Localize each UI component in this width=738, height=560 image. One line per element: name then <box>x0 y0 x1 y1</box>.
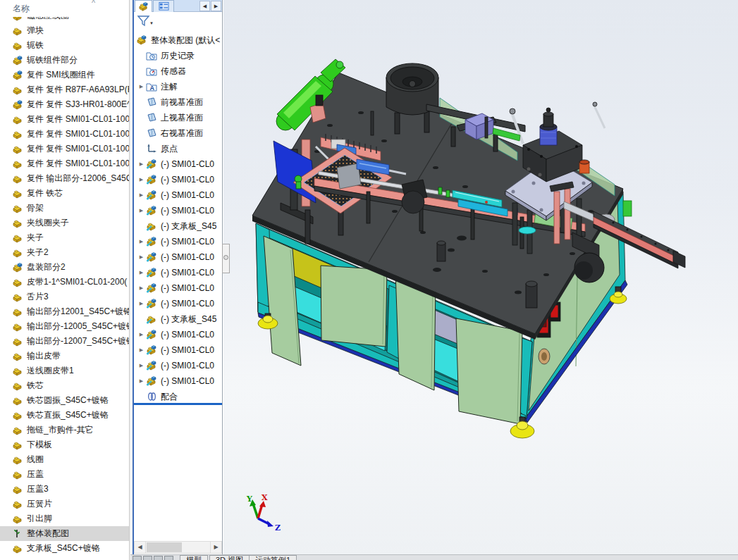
file-list-item[interactable]: 复件 复件 SMI01-CL01-100 <box>0 112 129 127</box>
file-list-item[interactable]: 夹子 <box>0 230 129 245</box>
file-list-item[interactable]: 盘装部分2 <box>0 260 129 275</box>
tab-model[interactable]: 模型 <box>180 555 208 560</box>
file-list-item[interactable]: 压盖 <box>0 467 129 482</box>
file-list-item[interactable]: 复件 复件 SJ3-HR01-800E^ <box>0 97 129 112</box>
tree-item[interactable]: 前视基准面 <box>134 94 223 110</box>
file-list-item[interactable]: 压盖3 <box>0 482 129 497</box>
tree-item[interactable]: 历史记录 <box>134 48 223 63</box>
expand-arrow-icon[interactable]: ▶ <box>137 378 146 384</box>
tree-item[interactable]: 传感器 <box>134 63 223 79</box>
tree-item[interactable]: ▶ (-) SMI01-CL0 <box>134 156 223 172</box>
file-list-item[interactable]: 骨架 <box>0 201 129 216</box>
file-list-item[interactable]: 整体装配图 <box>0 526 129 541</box>
tree-item[interactable]: 整体装配图 (默认< <box>134 32 223 48</box>
expand-arrow-icon[interactable]: ▶ <box>137 84 146 89</box>
tree-horizontal-scrollbar[interactable]: ◀ ▶ <box>134 541 222 554</box>
file-list-item[interactable]: 输出部分-12005_S45C+镀铬 <box>0 319 129 334</box>
file-list-item[interactable]: 皮带1-1^SMI01-CL01-200( <box>0 275 129 290</box>
file-list-item[interactable]: 送线圈皮带1 <box>0 363 129 378</box>
expand-arrow-icon[interactable]: ▶ <box>137 177 146 182</box>
file-list-item[interactable]: 轭铁 <box>0 38 129 53</box>
file-list-item[interactable] <box>0 556 129 560</box>
file-list-item[interactable]: 输出部分-12007_S45C+镀铬 <box>0 334 129 349</box>
tree-item[interactable]: ▶ (-) SMI01-CL0 <box>134 373 223 389</box>
expand-arrow-icon[interactable]: ▶ <box>137 192 146 198</box>
file-list-item[interactable]: 复件 复件 SMI01-CL01-100 <box>0 127 129 142</box>
tree-item[interactable]: ▶ (-) SMI01-CL0 <box>134 265 223 280</box>
viewport-edge-tab[interactable] <box>222 244 230 273</box>
panel-divider[interactable] <box>129 0 134 560</box>
expand-arrow-icon[interactable]: ▶ <box>137 208 146 213</box>
file-list-item[interactable]: 铁芯圆振_S45C+镀铬 <box>0 393 129 408</box>
tree-item[interactable]: ▶ (-) SMI01-CL0 <box>134 172 223 187</box>
file-list-item[interactable]: 夹子2 <box>0 245 129 260</box>
tree-item[interactable]: 原点 <box>134 141 223 156</box>
tab-motion-study[interactable]: 运动算例1 <box>249 555 297 560</box>
file-list-item[interactable]: 夹线圈夹子 <box>0 216 129 230</box>
sort-ascending-icon[interactable]: ^ <box>92 0 95 7</box>
tab-scroll-right-icon[interactable]: ▶ <box>211 1 221 11</box>
tree-item[interactable]: ▶ (-) SMI01-CL0 <box>134 280 223 296</box>
part-icon <box>12 499 23 509</box>
expand-arrow-icon[interactable]: ▶ <box>137 285 146 291</box>
expand-arrow-icon[interactable]: ▶ <box>137 239 146 244</box>
file-list-item[interactable]: 复件 复件 SMI01-CL01-100 <box>0 156 129 171</box>
expand-arrow-icon[interactable]: ▶ <box>137 301 146 306</box>
tree-item[interactable]: ▶ (-) SMI01-CL0 <box>134 187 223 203</box>
name-column-header[interactable]: 名称 <box>13 3 30 15</box>
scroll-right-icon[interactable]: ▶ <box>210 542 221 553</box>
file-list-item[interactable]: 复件 复件 R87F-A6A93LP(R <box>0 82 129 97</box>
tree-item[interactable]: ▶ (-) SMI01-CL0 <box>134 234 223 249</box>
expand-arrow-icon[interactable]: ▶ <box>137 347 146 353</box>
tree-item[interactable]: ▶ (-) SMI01-CL0 <box>134 358 223 373</box>
file-list-item[interactable]: 轭铁组件部分 <box>0 53 129 68</box>
file-list-item[interactable]: 复件 SMI线圈组件 <box>0 68 129 82</box>
tab-3d-views[interactable]: 3D 视图 <box>209 555 250 560</box>
tree-item[interactable]: (-) 支承板_S45 <box>134 311 223 327</box>
file-list-item[interactable]: 输出皮带 <box>0 349 129 363</box>
splitter-button-3[interactable] <box>154 556 163 560</box>
tree-item[interactable]: ▶ (-) SMI01-CL0 <box>134 203 223 218</box>
tree-item[interactable]: ▶A注解 <box>134 79 223 94</box>
tab-display-pane[interactable] <box>153 0 174 12</box>
tree-item[interactable]: ▶ (-) SMI01-CL0 <box>134 249 223 265</box>
tab-feature-tree[interactable] <box>135 0 152 12</box>
part-icon <box>12 469 23 480</box>
file-list-item[interactable]: 复件 输出部分-12006_S45C <box>0 171 129 186</box>
tree-item[interactable]: 上视基准面 <box>134 110 223 125</box>
file-list-item[interactable]: 输出部分12001_S45C+镀铬 <box>0 304 129 319</box>
rollback-bar[interactable] <box>134 403 223 405</box>
splitter-button-4[interactable] <box>164 556 173 560</box>
file-list-item[interactable]: 线圈 <box>0 452 129 467</box>
tree-item[interactable]: 配合 <box>134 389 223 404</box>
tree-item[interactable]: (-) 支承板_S45 <box>134 218 223 234</box>
tree-item[interactable]: 右视基准面 <box>134 125 223 141</box>
tree-item[interactable]: ▶ (-) SMI01-CL0 <box>134 296 223 311</box>
tree-item[interactable]: ▶ (-) SMI01-CL0 <box>134 342 223 358</box>
file-list-item[interactable]: 复件 复件 SMI01-CL01-100 <box>0 142 129 156</box>
expand-arrow-icon[interactable]: ▶ <box>137 254 146 260</box>
file-list-item[interactable]: 铁芯直振_S45C+镀铬 <box>0 408 129 423</box>
file-list-item[interactable]: 下模板 <box>0 437 129 452</box>
graphics-viewport[interactable]: Y X Z <box>223 0 738 554</box>
3d-model-canvas[interactable]: Y X Z <box>223 0 738 554</box>
splitter-button-2[interactable] <box>143 556 152 560</box>
splitter-button-1[interactable] <box>133 556 142 560</box>
file-list-item[interactable]: 支承板_S45C+镀铬 <box>0 541 129 556</box>
expand-arrow-icon[interactable]: ▶ <box>137 363 146 368</box>
file-list-item[interactable]: 弹块 <box>0 23 129 38</box>
tree-item[interactable]: ▶ (-) SMI01-CL0 <box>134 327 223 342</box>
file-list-item[interactable]: 铁芯 <box>0 378 129 393</box>
tab-scroll-left-icon[interactable]: ◀ <box>199 1 210 11</box>
file-list-item[interactable]: 拖链_市购件-其它 <box>0 423 129 437</box>
scrollbar-thumb[interactable] <box>147 542 182 552</box>
file-list-item[interactable]: 引出脚 <box>0 511 129 526</box>
scroll-left-icon[interactable]: ◀ <box>135 542 146 553</box>
expand-arrow-icon[interactable]: ▶ <box>137 161 146 167</box>
file-list-item[interactable]: 压簧片 <box>0 497 129 511</box>
file-list-item[interactable]: 复件 铁芯 <box>0 186 129 201</box>
expand-arrow-icon[interactable]: ▶ <box>137 270 146 275</box>
file-list-item[interactable]: 舌片3 <box>0 290 129 304</box>
tree-filter[interactable]: ▼ <box>134 13 223 30</box>
expand-arrow-icon[interactable]: ▶ <box>137 332 146 337</box>
